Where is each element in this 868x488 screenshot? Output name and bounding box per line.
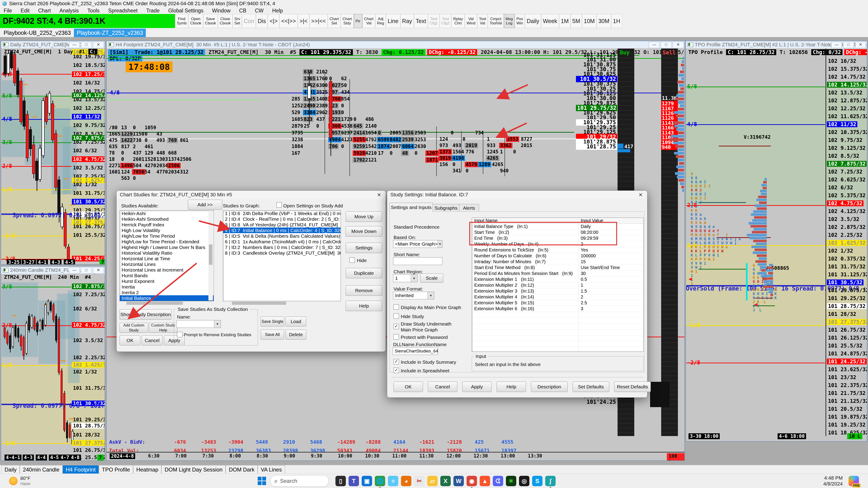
toolbar-button-val-wind[interactable]: Val Wind bbox=[465, 14, 477, 28]
toolbar-button-srv-set[interactable]: Srv Set bbox=[232, 14, 242, 28]
hide-study-checkbox[interactable] bbox=[394, 313, 399, 319]
graph-study-item[interactable]: 2 | ID:4 Clock - RealTime | 0 ms | CalcO… bbox=[223, 216, 341, 222]
toolbar-button-close-cbook[interactable]: Close Cbook bbox=[218, 14, 232, 28]
input-row[interactable]: Initial Balance Type (In:1)Daily bbox=[472, 224, 643, 230]
hide-study-checkbox[interactable] bbox=[349, 257, 355, 263]
menu-item-chart[interactable]: Chart bbox=[38, 8, 51, 14]
graph-study-item[interactable]: 4 | ID:7 Initial Balance | 0 ms | CalcOr… bbox=[223, 228, 341, 233]
weather-desc[interactable]: Haze bbox=[20, 481, 31, 486]
study-list-item[interactable]: Horizontal Line at Time bbox=[120, 256, 214, 261]
daily-chart-window-close-button[interactable]: ✕ bbox=[93, 42, 104, 48]
menu-item-file[interactable]: File bbox=[4, 8, 12, 14]
settings-tab-alerts[interactable]: Alerts bbox=[459, 204, 479, 212]
word-icon[interactable]: W bbox=[454, 476, 464, 486]
obs-icon[interactable]: ◎ bbox=[519, 476, 529, 486]
chart-studies-dialog-title-bar[interactable]: Chart Studies for: ZTM24_FUT_CME[M] 30 M… bbox=[117, 191, 385, 199]
graph-study-item[interactable]: 6 | ID:1 1x Autoframe (TicinoMath v4) | … bbox=[223, 239, 341, 245]
toolbar-button-adj-reg[interactable]: Adj Reg bbox=[375, 14, 386, 28]
input-row[interactable]: End Time (In:3)09:29:59 bbox=[472, 235, 643, 241]
settings-reset-defaults-button[interactable]: Reset Defaults bbox=[614, 382, 651, 392]
studies-move-down-button[interactable]: Move Down bbox=[346, 226, 382, 236]
menu-item-tools[interactable]: Tools bbox=[88, 8, 100, 14]
input-row[interactable]: Extension Multiplier 5 (In:15)2.5 bbox=[472, 300, 643, 306]
close-icon[interactable]: ✕ bbox=[637, 192, 644, 197]
menu-item-cb[interactable]: CB bbox=[239, 8, 246, 14]
toolbar-button-open-cbook[interactable]: Open Cbook bbox=[188, 14, 203, 28]
copilot-icon[interactable]: PRE bbox=[848, 476, 859, 486]
m240-chart-window-close-button[interactable]: ✕ bbox=[93, 267, 104, 273]
study-list-item[interactable]: Hurst Exponent bbox=[120, 278, 214, 284]
study-list-item[interactable]: High/Low for Time Period - Extended bbox=[120, 239, 214, 245]
study-list-item[interactable]: High Low Volatility bbox=[120, 228, 214, 233]
input-name-column-header[interactable]: Input Name bbox=[472, 218, 578, 223]
display-as-main-checkbox[interactable] bbox=[394, 304, 399, 310]
toolbar-button-save-cbook[interactable]: Save Cbook bbox=[203, 14, 218, 28]
toolbar-button-30m[interactable]: 30M bbox=[596, 14, 611, 28]
settings-cancel-button[interactable]: Cancel bbox=[428, 382, 457, 392]
collection-name-combo[interactable]: ▼ bbox=[177, 320, 221, 328]
studies-move-up-button[interactable]: Move Up bbox=[346, 212, 382, 222]
based-on-combo[interactable]: <Main Price Graph>▼ bbox=[393, 240, 442, 248]
chart-tab-heatmap[interactable]: Heatmap bbox=[133, 465, 161, 474]
cancel-button[interactable]: Cancel bbox=[142, 335, 162, 346]
chrome-icon[interactable]: ◉ bbox=[467, 476, 477, 486]
clock-date[interactable]: 4/8/2024 bbox=[823, 481, 843, 487]
load-button[interactable]: Load bbox=[285, 317, 306, 326]
h4-footprint-window-title-bar[interactable]: H4 Footprint ZTM24_FUT_CME[M] 30 Min #5 … bbox=[107, 41, 684, 48]
toolbar-button-daily[interactable]: Daily bbox=[525, 14, 541, 28]
study-list-item[interactable]: Horizontal Lines bbox=[120, 261, 214, 267]
save-single-button[interactable]: Save Single bbox=[260, 317, 284, 326]
prompt-remove-checkbox[interactable] bbox=[177, 332, 182, 337]
input-row[interactable]: Extension Multiplier 4 (In:14)2 bbox=[472, 294, 643, 300]
mail-icon[interactable]: ▣ bbox=[362, 476, 372, 486]
teams-icon[interactable]: T bbox=[348, 476, 359, 486]
toolbar-button--[interactable]: >|< bbox=[298, 14, 309, 28]
toolbar-button--[interactable]: <|> bbox=[268, 14, 279, 28]
include-summary-checkbox[interactable]: ✓ bbox=[394, 359, 399, 364]
input-row[interactable]: Round Extensions to TickSize (In:5)Yes bbox=[472, 247, 643, 253]
input-row[interactable]: Number of Days to Calculate (In:6)100000 bbox=[472, 253, 643, 259]
study-list-item[interactable]: Heikin-Ashi Smoothed bbox=[120, 216, 214, 222]
include-spreadsheet-checkbox[interactable]: ✓ bbox=[394, 367, 399, 373]
study-list-item[interactable]: Initial Balance bbox=[120, 295, 214, 301]
scrollbar-horizontal[interactable] bbox=[120, 301, 213, 305]
toolbar-button-ptr[interactable]: Ptr bbox=[354, 14, 362, 28]
workspace-tab-playbook-ub_2252_v2363[interactable]: Playbook-UB_2252_v2363 bbox=[1, 29, 73, 37]
workspace-tab-playbook-zt_2252_v2363[interactable]: Playbook-ZT_2252_v2363 bbox=[74, 29, 146, 37]
scrollbar-thumb[interactable] bbox=[126, 302, 183, 305]
menu-item-cw[interactable]: CW bbox=[255, 8, 264, 14]
studies-remove-button[interactable]: Remove bbox=[346, 285, 382, 296]
chart-tab-h4-footprint[interactable]: H4 Footprint bbox=[63, 465, 99, 474]
toolbar-button--[interactable]: <<|>> bbox=[279, 14, 298, 28]
chart-tab-tpo-profile[interactable]: TPO Profile bbox=[99, 465, 133, 474]
toolbar-button-con[interactable]: Con bbox=[242, 14, 256, 28]
studies-help-button[interactable]: Help bbox=[346, 301, 382, 311]
study-settings-dialog-title-bar[interactable]: Study Settings: Initial Balance. ID:7 bbox=[387, 191, 647, 199]
input-row[interactable]: Start Time (In:2)08:20:00 bbox=[472, 230, 643, 235]
ok-button[interactable]: OK bbox=[120, 335, 141, 346]
surfshark-icon[interactable]: ∫ bbox=[545, 476, 556, 486]
toolbar-button-dis[interactable]: Dis bbox=[256, 14, 268, 28]
study-list-item[interactable]: Inertia bbox=[120, 284, 214, 290]
chart-tab-240min-candle[interactable]: 240min Candle bbox=[20, 465, 62, 474]
daily-chart-window-title-bar[interactable]: Daily ZTM24_FUT_CME[M] 1 D...—□✕ bbox=[1, 41, 105, 48]
toolbar-button-cmpct-toolval[interactable]: Cmpct ToolVal bbox=[488, 14, 504, 28]
tpo-profile-window-minimize-button[interactable]: — bbox=[831, 42, 842, 48]
daily-chart-window-minimize-button[interactable]: — bbox=[69, 42, 80, 48]
study-list-item[interactable]: Herrick Payoff Index bbox=[120, 222, 214, 228]
scrollbar-thumb[interactable] bbox=[232, 302, 286, 305]
input-row[interactable]: Extension Multiplier 3 (In:13)1.5 bbox=[472, 288, 643, 294]
tpo-profile-window-maximize-button[interactable]: □ bbox=[843, 42, 854, 48]
toolbar-button-line[interactable]: Line bbox=[386, 14, 400, 28]
m240-chart-window-minimize-button[interactable]: — bbox=[69, 267, 80, 273]
toolbar-button-rplay-chrt[interactable]: Rplay Chrt bbox=[452, 14, 465, 28]
toolbar-button-chart-val[interactable]: Chart Val bbox=[362, 14, 375, 28]
graph-study-item[interactable]: 3 | ID:8 VA of Yesterday (24h) (ZTM24_FU… bbox=[223, 222, 341, 228]
folder-icon[interactable]: ▱ bbox=[427, 476, 438, 486]
h4-footprint-window-maximize-button[interactable]: □ bbox=[661, 42, 672, 48]
study-list-item[interactable]: Highest High / Lowest Low Over N Bars bbox=[120, 245, 214, 250]
excel-icon[interactable]: X bbox=[440, 476, 451, 486]
study-list-item[interactable]: Horizontal Lines at Increment bbox=[120, 267, 214, 273]
study-list-item[interactable]: Historical Volatility Ratio bbox=[120, 250, 214, 256]
chart-region-combo[interactable]: 1▼ bbox=[393, 274, 417, 282]
